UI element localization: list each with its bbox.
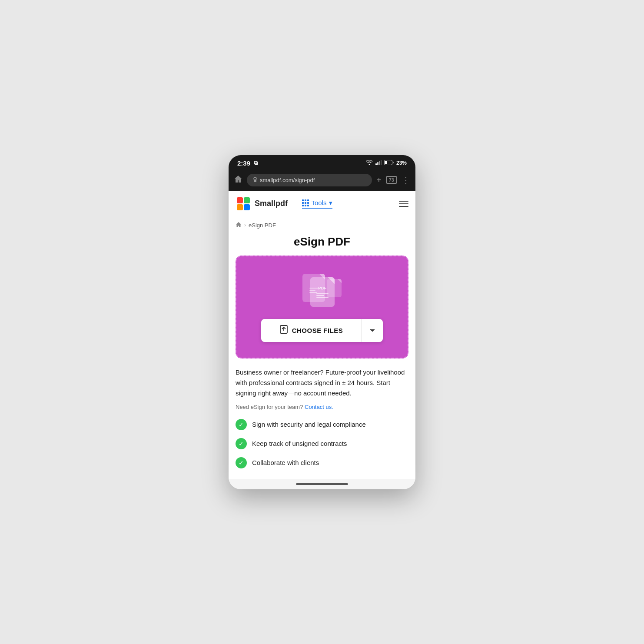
battery-icon	[384, 160, 394, 166]
file-icon-right	[327, 279, 342, 297]
check-icon: ✓	[236, 457, 247, 468]
svg-rect-3	[381, 160, 382, 165]
feature-text: Sign with security and legal compliance	[252, 421, 366, 428]
page-title: eSign PDF	[229, 232, 415, 256]
logo-area: Smallpdf	[236, 196, 302, 212]
url-lock-icon	[253, 177, 257, 183]
feature-text: Keep track of unsigned contracts	[252, 440, 347, 447]
bottom-bar	[229, 479, 415, 489]
breadcrumb-home-icon[interactable]	[236, 222, 242, 229]
new-tab-button[interactable]: +	[376, 175, 382, 185]
breadcrumb-current-page: eSign PDF	[249, 222, 276, 229]
check-icon: ✓	[236, 438, 247, 449]
navbar: Smallpdf Tools ▾	[229, 191, 415, 217]
hamburger-line	[399, 206, 408, 207]
check-icon: ✓	[236, 419, 247, 430]
upload-icon	[280, 325, 288, 336]
contact-us-link-text[interactable]: Contact us.	[305, 404, 333, 410]
logo-quadrant-red	[237, 197, 243, 203]
battery-percent: 23%	[396, 160, 407, 166]
choose-files-dropdown-button[interactable]	[362, 319, 383, 342]
phone-frame: 2:39 ⧉	[229, 155, 415, 489]
svg-rect-2	[379, 161, 380, 165]
file-drop-zone[interactable]: PDF	[236, 256, 408, 359]
svg-rect-1	[377, 162, 378, 165]
logo-quadrant-orange	[237, 204, 243, 210]
team-note-static: Need eSign for your team?	[236, 404, 303, 410]
feature-item: ✓ Keep track of unsigned contracts	[236, 438, 408, 449]
hamburger-menu-button[interactable]	[399, 201, 408, 207]
browser-more-button[interactable]: ⋮	[402, 175, 410, 185]
file-line	[316, 295, 324, 296]
wifi-icon	[366, 160, 373, 166]
smallpdf-logo-text[interactable]: Smallpdf	[255, 199, 288, 208]
choose-files-label: CHOOSE FILES	[292, 327, 343, 334]
hamburger-line	[399, 203, 408, 204]
tools-menu-button[interactable]: Tools ▾	[302, 199, 332, 209]
signal-icon	[375, 160, 382, 166]
breadcrumb-separator: ›	[244, 222, 246, 228]
svg-rect-6	[254, 179, 256, 182]
tools-arrow-icon: ▾	[329, 199, 332, 207]
hamburger-line	[399, 201, 408, 202]
feature-item: ✓ Collaborate with clients	[236, 457, 408, 468]
logo-quadrant-blue	[244, 204, 250, 210]
status-time: 2:39	[237, 159, 250, 167]
website-content: Smallpdf Tools ▾	[229, 191, 415, 479]
team-note: Need eSign for your team? Contact us.	[229, 404, 415, 417]
feature-list: ✓ Sign with security and legal complianc…	[229, 417, 415, 479]
status-bar: 2:39 ⧉	[229, 155, 415, 170]
tab-count[interactable]: 73	[386, 176, 397, 184]
logo-quadrant-green	[244, 197, 250, 203]
file-icon-group: PDF	[302, 274, 342, 309]
browser-bar: smallpdf.com/sign-pdf + 73 ⋮	[229, 170, 415, 191]
home-indicator	[296, 483, 348, 485]
choose-files-main[interactable]: CHOOSE FILES	[261, 319, 362, 342]
safepal-icon: ⧉	[254, 159, 258, 166]
tools-label: Tools	[311, 199, 326, 206]
svg-rect-5	[385, 161, 387, 164]
pdf-label: PDF	[318, 286, 327, 290]
tools-grid-icon	[302, 199, 309, 206]
smallpdf-logo-icon	[236, 196, 251, 212]
browser-home-button[interactable]	[234, 175, 242, 186]
file-line	[316, 297, 329, 298]
breadcrumb: › eSign PDF	[229, 217, 415, 232]
feature-item: ✓ Sign with security and legal complianc…	[236, 419, 408, 430]
url-bar[interactable]: smallpdf.com/sign-pdf	[247, 174, 372, 186]
url-text: smallpdf.com/sign-pdf	[260, 177, 315, 183]
feature-text: Collaborate with clients	[252, 459, 319, 466]
page-description: Business owner or freelancer? Future-pro…	[229, 367, 415, 404]
choose-files-button[interactable]: CHOOSE FILES	[261, 319, 383, 342]
svg-rect-0	[375, 163, 377, 165]
